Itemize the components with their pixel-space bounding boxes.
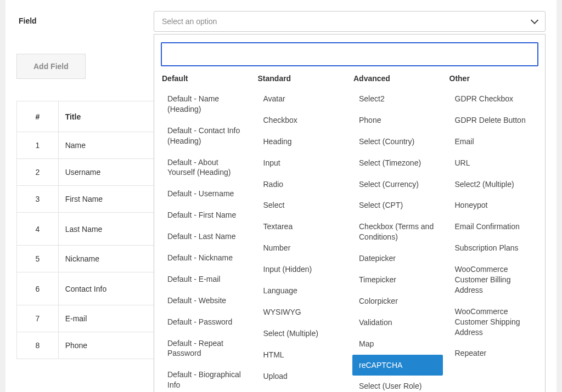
- dropdown-option[interactable]: Select: [257, 195, 347, 216]
- table-row[interactable]: 3First Name: [17, 186, 159, 213]
- chevron-down-icon: [531, 16, 538, 24]
- row-title: Contact Info: [58, 272, 159, 305]
- row-title: Username: [58, 159, 159, 186]
- dropdown-option[interactable]: GDPR Checkbox: [448, 88, 539, 110]
- dropdown-option[interactable]: Checkbox: [257, 110, 347, 131]
- dropdown-group-title: Other: [449, 74, 539, 83]
- row-num: 1: [17, 132, 59, 159]
- dropdown-option[interactable]: Select (Multiple): [257, 323, 347, 344]
- dropdown-option[interactable]: Email: [448, 131, 539, 152]
- dropdown-option[interactable]: HTML: [257, 344, 347, 366]
- dropdown-option[interactable]: Default - Contact Info (Heading): [161, 120, 251, 152]
- dropdown-option[interactable]: Input: [257, 152, 347, 174]
- row-num: 3: [17, 186, 59, 213]
- dropdown-group: DefaultDefault - Name (Heading)Default -…: [161, 74, 251, 392]
- field-select-wrap: Select an option DefaultDefault - Name (…: [154, 11, 546, 32]
- field-select-placeholder: Select an option: [162, 17, 217, 26]
- dropdown-option[interactable]: Select (Timezone): [352, 152, 443, 174]
- dropdown-option[interactable]: Default - First Name: [161, 204, 251, 226]
- dropdown-option[interactable]: Default - E-mail: [161, 269, 251, 290]
- dropdown-group-title: Advanced: [353, 74, 443, 83]
- dropdown-option[interactable]: Timepicker: [352, 269, 443, 291]
- add-field-button[interactable]: Add Field: [16, 54, 86, 79]
- dropdown-option[interactable]: Email Confirmation: [448, 216, 539, 237]
- dropdown-option[interactable]: Default - Nickname: [161, 247, 251, 269]
- dropdown-option[interactable]: Textarea: [257, 216, 347, 237]
- table-row[interactable]: 8Phone: [17, 332, 159, 359]
- row-title: Phone: [58, 332, 159, 359]
- dropdown-option[interactable]: Checkbox (Terms and Conditions): [352, 216, 443, 248]
- dropdown-option[interactable]: Radio: [257, 174, 347, 195]
- table-row[interactable]: 7E-mail: [17, 305, 159, 332]
- dropdown-option[interactable]: Default - Website: [161, 290, 251, 311]
- field-select-dropdown: DefaultDefault - Name (Heading)Default -…: [154, 34, 546, 392]
- dropdown-option[interactable]: Select2 (Multiple): [448, 174, 539, 195]
- field-row: Field Select an option DefaultDefault - …: [16, 11, 546, 32]
- dropdown-group-title: Default: [162, 74, 251, 83]
- dropdown-option[interactable]: Map: [352, 333, 443, 355]
- dropdown-group: AdvancedSelect2PhoneSelect (Country)Sele…: [352, 74, 443, 392]
- dropdown-option[interactable]: Number: [257, 237, 347, 259]
- row-num: 8: [17, 332, 59, 359]
- dropdown-option[interactable]: Default - Password: [161, 311, 251, 333]
- dropdown-option[interactable]: Select (Country): [352, 131, 443, 152]
- dropdown-option[interactable]: Phone: [352, 110, 443, 131]
- table-row[interactable]: 5Nickname: [17, 246, 159, 272]
- dropdown-option[interactable]: Language: [257, 280, 347, 302]
- table-row[interactable]: 6Contact Info: [17, 272, 159, 305]
- row-num: 2: [17, 159, 59, 186]
- dropdown-option[interactable]: URL: [448, 152, 539, 174]
- dropdown-option[interactable]: WooCommerce Customer Shipping Address: [448, 301, 539, 343]
- row-title: E-mail: [58, 305, 159, 332]
- add-field-label: Add Field: [33, 62, 69, 71]
- dropdown-option[interactable]: reCAPTCHA: [352, 355, 443, 376]
- col-header-num: #: [17, 101, 59, 132]
- dropdown-option[interactable]: Select (User Role): [352, 376, 443, 392]
- dropdown-option[interactable]: Heading: [257, 131, 347, 152]
- dropdown-option[interactable]: Default - Repeat Password: [161, 333, 251, 365]
- dropdown-group: OtherGDPR CheckboxGDPR Delete ButtonEmai…: [448, 74, 539, 392]
- dropdown-option[interactable]: Honeypot: [448, 195, 539, 216]
- dropdown-option[interactable]: Select (Currency): [352, 174, 443, 195]
- dropdown-option[interactable]: Default - About Yourself (Heading): [161, 152, 251, 184]
- row-title: Name: [58, 132, 159, 159]
- dropdown-group: StandardAvatarCheckboxHeadingInputRadioS…: [257, 74, 347, 392]
- dropdown-option[interactable]: GDPR Delete Button: [448, 110, 539, 131]
- fields-table: # Title 1Name2Username3First Name4Last N…: [16, 101, 159, 359]
- form-builder-panel: Field Select an option DefaultDefault - …: [5, 0, 557, 392]
- row-num: 4: [17, 213, 59, 246]
- row-title: Nickname: [58, 246, 159, 272]
- field-label: Field: [16, 11, 154, 25]
- row-title: Last Name: [58, 213, 159, 246]
- col-header-title: Title: [58, 101, 159, 132]
- field-select[interactable]: Select an option: [154, 11, 546, 32]
- table-row[interactable]: 1Name: [17, 132, 159, 159]
- row-title: First Name: [58, 186, 159, 213]
- dropdown-option[interactable]: Repeater: [448, 343, 539, 364]
- row-num: 5: [17, 246, 59, 272]
- dropdown-option[interactable]: Input (Hidden): [257, 259, 347, 280]
- dropdown-option[interactable]: WYSIWYG: [257, 302, 347, 323]
- dropdown-option[interactable]: Select2: [352, 88, 443, 110]
- table-row[interactable]: 4Last Name: [17, 213, 159, 246]
- dropdown-option[interactable]: Datepicker: [352, 248, 443, 269]
- table-row[interactable]: 2Username: [17, 159, 159, 186]
- dropdown-option[interactable]: Subscription Plans: [448, 237, 539, 259]
- dropdown-search-input[interactable]: [161, 42, 538, 66]
- dropdown-option[interactable]: Default - Username: [161, 183, 251, 204]
- dropdown-option[interactable]: Validation: [352, 312, 443, 333]
- dropdown-option[interactable]: Avatar: [257, 88, 347, 110]
- row-num: 6: [17, 272, 59, 305]
- dropdown-option[interactable]: Select (CPT): [352, 195, 443, 216]
- dropdown-option[interactable]: WooCommerce Customer Billing Address: [448, 259, 539, 301]
- dropdown-option[interactable]: Default - Biographical Info: [161, 364, 251, 392]
- dropdown-option[interactable]: Colorpicker: [352, 291, 443, 312]
- dropdown-option[interactable]: Default - Last Name: [161, 226, 251, 247]
- dropdown-option[interactable]: Upload: [257, 366, 347, 387]
- row-num: 7: [17, 305, 59, 332]
- dropdown-option[interactable]: Default - Name (Heading): [161, 88, 251, 120]
- dropdown-group-title: Standard: [258, 74, 347, 83]
